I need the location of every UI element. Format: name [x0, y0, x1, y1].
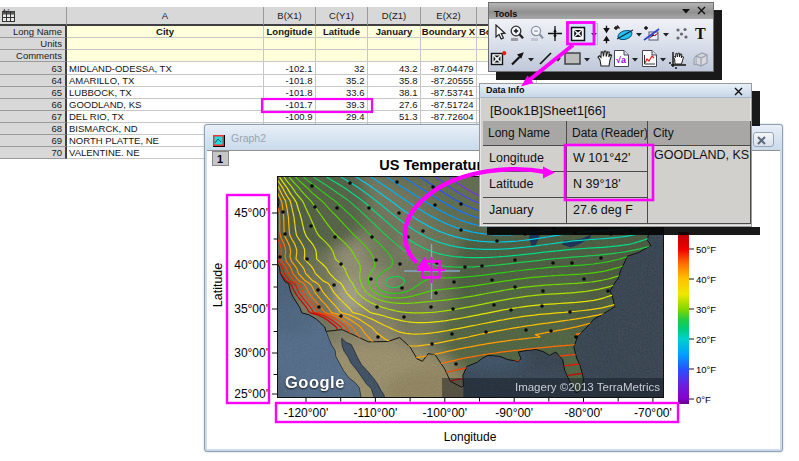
svg-text:Imagery ©2013 TerraMetrics: Imagery ©2013 TerraMetrics [515, 381, 660, 393]
svg-text:A-Z: A-Z [3, 9, 10, 13]
svg-text:√a: √a [616, 55, 627, 65]
svg-text:Google: Google [285, 373, 345, 391]
